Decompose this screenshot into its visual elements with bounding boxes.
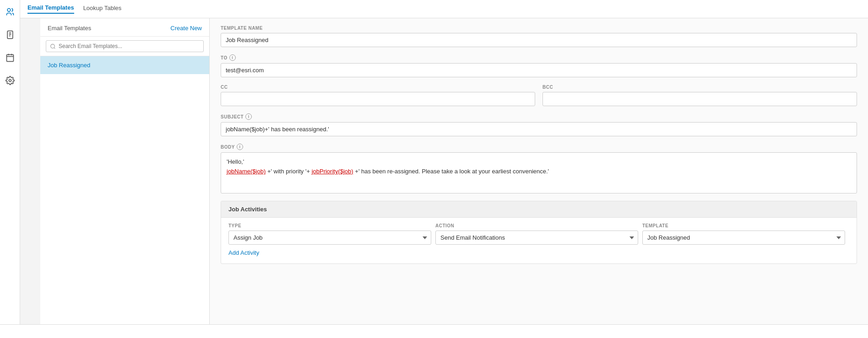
body-end-text: +' has been re-assigned. Please take a l… [355, 168, 549, 175]
svg-rect-5 [6, 54, 13, 61]
type-select[interactable]: Assign Job Create Job Update Job [228, 231, 431, 245]
top-nav: Email Templates Lookup Tables [20, 0, 868, 18]
body-line-1: 'Hello,' [227, 158, 851, 165]
bcc-label: BCC [542, 85, 857, 90]
create-new-button[interactable]: Create New [170, 25, 202, 32]
template-name-group: TEMPLATE NAME [221, 26, 857, 47]
template-select[interactable]: Job Reassigned Job Created Job Updated [642, 231, 845, 245]
action-select[interactable]: Send Email Notifications Send SMS None [435, 231, 638, 245]
to-label: TO i [221, 54, 857, 61]
activities-header: Job Activities [221, 201, 857, 218]
svg-line-11 [54, 48, 55, 48]
subject-input[interactable] [221, 122, 857, 136]
to-input[interactable] [221, 63, 857, 77]
template-column-label: TEMPLATE [642, 223, 849, 228]
sidebar-people-btn[interactable] [3, 5, 17, 19]
bottom-bar [0, 324, 868, 338]
template-column: TEMPLATE Job Reassigned Job Created Job … [642, 223, 849, 245]
type-column-label: TYPE [228, 223, 435, 228]
search-input[interactable] [59, 43, 200, 49]
action-column-label: ACTION [435, 223, 642, 228]
bcc-input[interactable] [542, 92, 857, 106]
search-box [46, 40, 204, 52]
body-link-1: jobName($job) [227, 168, 266, 175]
cc-bcc-row: CC BCC [221, 85, 857, 113]
subject-info-icon[interactable]: i [245, 113, 252, 120]
body-content[interactable]: 'Hello,' jobName($job) +' with priority … [221, 152, 857, 193]
action-column: ACTION Send Email Notifications Send SMS… [435, 223, 642, 245]
tab-email-templates[interactable]: Email Templates [27, 4, 74, 14]
svg-point-10 [51, 44, 55, 48]
type-column: TYPE Assign Job Create Job Update Job [228, 223, 435, 245]
search-container [40, 37, 209, 56]
template-list: Job Reassigned [40, 56, 209, 338]
job-activities-section: Job Activities TYPE Assign Job Create Jo… [221, 201, 857, 264]
body-label: BODY i [221, 144, 857, 150]
to-info-icon[interactable]: i [229, 54, 236, 61]
body-group: BODY i 'Hello,' jobName($job) +' with pr… [221, 144, 857, 193]
search-icon [50, 43, 56, 49]
template-name-input[interactable] [221, 33, 857, 47]
cc-group: CC [221, 85, 535, 106]
cc-input[interactable] [221, 92, 535, 106]
body-line-2: jobName($job) +' with priority '+ jobPri… [227, 168, 851, 175]
subject-label: SUBJECT i [221, 113, 857, 120]
add-activity-button[interactable]: Add Activity [228, 249, 259, 256]
sidebar-calendar-btn[interactable] [3, 50, 17, 65]
activities-body: TYPE Assign Job Create Job Update Job AC… [221, 218, 857, 263]
tab-lookup-tables[interactable]: Lookup Tables [83, 5, 122, 13]
body-info-icon[interactable]: i [237, 144, 243, 150]
body-link-2: jobPriority($job) [312, 168, 353, 175]
template-name-label: TEMPLATE NAME [221, 26, 857, 31]
svg-point-9 [9, 80, 11, 82]
to-group: TO i [221, 54, 857, 77]
cc-label: CC [221, 85, 535, 90]
subject-group: SUBJECT i [221, 113, 857, 136]
left-panel: Email Templates Create New Job Reassigne… [40, 18, 210, 338]
left-panel-header: Email Templates Create New [40, 18, 209, 37]
svg-point-0 [7, 9, 11, 12]
bcc-group: BCC [542, 85, 857, 106]
sidebar-settings-btn[interactable] [3, 73, 17, 88]
sidebar-icons [0, 0, 20, 338]
body-middle-text: +' with priority '+ [267, 168, 310, 175]
main-content: Email Templates Create New Job Reassigne… [40, 18, 868, 338]
right-panel: TEMPLATE NAME TO i CC BCC [210, 18, 868, 338]
sidebar-document-btn[interactable] [3, 27, 17, 42]
template-item-job-reassigned[interactable]: Job Reassigned [40, 56, 209, 74]
left-panel-title: Email Templates [48, 25, 91, 32]
activities-columns: TYPE Assign Job Create Job Update Job AC… [228, 223, 849, 245]
